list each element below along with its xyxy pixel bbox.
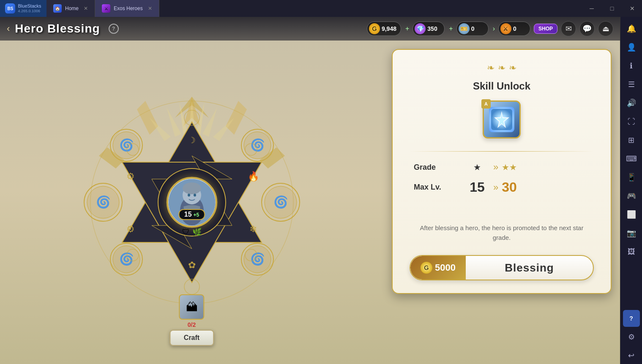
card-ornament-center: ❧ [498,62,505,73]
gem-currency: 💎 350 [413,22,445,36]
screenshot-button[interactable]: 🖼 [623,243,640,260]
tab-home-label: Home [65,5,79,11]
portrait-button[interactable]: ⬜ [623,206,640,223]
ticket-currency: 🎫 0 [456,22,489,36]
max-lv-label: Max Lv. [414,183,464,192]
svg-point-46 [188,194,190,197]
volume-button[interactable]: 🔊 [623,95,640,111]
sword-value: 0 [513,25,526,32]
app-icon: BS BlueStacks 4.265.0.1006 [0,0,46,17]
gem-plus-button[interactable]: + [449,25,453,33]
gamepad-button[interactable]: 🎮 [623,187,640,204]
shop-button[interactable]: SHOP [534,24,557,34]
mail-button[interactable]: ✉ [561,21,576,36]
blessing-button[interactable]: G 5000 Blessing [410,255,594,280]
grade-label: Grade [414,163,464,172]
left-panel: ☽ ⚙ 🔥 ❄ ⚙ ✿ [0,41,383,364]
grade-arrow-icon: » [493,162,498,173]
leaf-element-icon: 🌿 [192,228,202,237]
gold-plus-button[interactable]: + [405,25,409,33]
gold-currency: G 9,948 [367,22,401,36]
chat-button[interactable]: 💬 [579,21,595,36]
page-help-button[interactable]: ? [109,24,119,34]
ticket-icon: 🎫 [459,23,470,34]
exos-tab-icon: ⚔ [102,4,110,13]
tab-exos[interactable]: ⚔ Exos Heroes ✕ [95,0,159,17]
svg-point-47 [194,194,196,197]
max-lv-next: 30 [502,179,517,195]
ticket-plus-button[interactable]: › [493,25,495,33]
notification-button[interactable]: 🔔 [623,20,640,37]
maximize-button[interactable]: □ [602,0,622,17]
svg-text:🌀: 🌀 [96,195,110,209]
tab-exos-close[interactable]: ✕ [148,5,152,11]
account-button[interactable]: 👤 [623,39,640,56]
home-tab-icon: 🏠 [53,4,62,13]
title-bar: BS BlueStacks 4.265.0.1006 🏠 Home ✕ ⚔ Ex… [0,0,642,17]
gold-value: 9,948 [382,25,396,32]
card-divider [410,151,594,152]
title-bar-left: BS BlueStacks 4.265.0.1006 🏠 Home ✕ ⚔ Ex… [0,0,159,17]
camera-button[interactable]: 📷 [623,225,640,242]
gem-icon: 💎 [415,23,426,34]
app-name: BlueStacks [18,3,41,9]
grade-row: Grade ★ » ★★ [410,162,594,173]
svg-text:☽: ☽ [188,136,196,145]
skill-unlock-title: Skill Unlock [473,80,530,92]
settings-button[interactable]: ⚙ [623,329,640,345]
exit-game-button[interactable]: ↩ [623,347,640,364]
max-lv-current: 15 [464,179,490,195]
blessing-cost-value: 5000 [435,262,456,273]
max-lv-arrow-icon: » [493,182,498,193]
svg-text:🌀: 🌀 [119,252,134,266]
svg-text:🌀: 🌀 [273,195,288,209]
right-sidebar: 🔔 👤 ℹ ☰ 🔊 ⛶ ⊞ ⌨ 📱 🎮 ⬜ 📷 🖼 ? ⚙ ↩ [620,17,642,364]
blessing-cost-area: G 5000 [410,256,466,280]
title-bar-right: ─ □ ✕ [582,0,642,17]
info-card: ❧ ❧ ❧ Skill Unlock A [392,49,612,294]
max-lv-row: Max Lv. 15 » 30 [410,179,594,195]
grade-current: ★ [464,162,490,172]
svg-point-45 [183,182,201,194]
main-content: ☽ ⚙ 🔥 ❄ ⚙ ✿ [0,41,620,364]
menu-button[interactable]: ☰ [623,76,640,93]
svg-text:⚙: ⚙ [126,224,135,234]
keyboard-button[interactable]: ⌨ [623,150,640,167]
tab-exos-label: Exos Heroes [114,5,143,11]
close-button[interactable]: ✕ [623,0,642,17]
blessing-description: After blessing a hero, the hero is promo… [410,223,594,242]
minimize-button[interactable]: ─ [582,0,601,17]
svg-text:🔥: 🔥 [247,171,259,182]
phone-button[interactable]: 📱 [623,169,640,186]
card-ornament-right: ❧ [509,62,516,73]
blessing-gold-icon: G [421,262,432,274]
tab-home[interactable]: 🏠 Home ✕ [46,0,95,17]
grade-next: ★★ [502,162,517,172]
skill-icon-inner [489,107,514,132]
back-arrow-icon: ‹ [7,23,10,34]
top-bar: ‹ Hero Blessing ? G 9,948 + 💎 350 + 🎫 0 … [0,17,620,41]
exit-button[interactable]: ⏏ [598,21,613,36]
skill-grade-badge: A [481,99,491,109]
ticket-value: 0 [471,25,484,32]
page-title: Hero Blessing [15,22,100,35]
blessing-label: Blessing [466,261,593,274]
sword-currency: ⚔ 0 [498,22,530,36]
mandala-container: ☽ ⚙ 🔥 ❄ ⚙ ✿ [69,71,314,333]
craft-button[interactable]: Craft [169,330,214,346]
hero-level: 15 [184,211,192,218]
gold-icon: G [369,23,380,34]
svg-text:⚙: ⚙ [126,171,135,182]
tab-home-close[interactable]: ✕ [84,5,88,11]
game-area: ‹ Hero Blessing ? G 9,948 + 💎 350 + 🎫 0 … [0,17,620,364]
svg-text:🌀: 🌀 [250,252,265,266]
hero-avatar[interactable] [167,177,217,228]
apps-button[interactable]: ⊞ [623,132,640,149]
svg-text:🌀: 🌀 [250,138,265,152]
svg-text:🌀: 🌀 [119,138,134,152]
back-button[interactable]: ‹ [7,23,10,34]
info-button[interactable]: ℹ [623,57,640,74]
help-button[interactable]: ? [623,310,640,327]
currency-area: G 9,948 + 💎 350 + 🎫 0 › ⚔ 0 SHOP [367,21,613,36]
fullscreen-button[interactable]: ⛶ [623,113,640,130]
